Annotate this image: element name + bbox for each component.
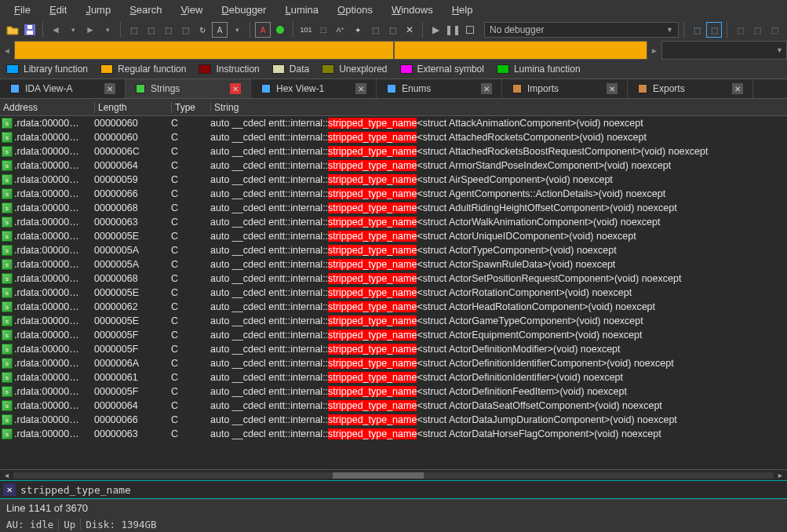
tab-close-button[interactable]: ✕ [230,83,241,94]
table-row[interactable]: s.rdata:00000…00000068Cauto __cdecl entt… [0,271,787,286]
menu-jump[interactable]: Jump [76,2,120,17]
menu-help[interactable]: Help [443,2,483,17]
table-row[interactable]: s.rdata:00000…0000005FCauto __cdecl entt… [0,328,787,342]
tab-close-button[interactable]: ✕ [104,83,115,94]
table-row[interactable]: s.rdata:00000…00000059Cauto __cdecl entt… [0,173,787,187]
table-row[interactable]: s.rdata:00000…00000062Cauto __cdecl entt… [0,300,787,314]
cell-type: C [171,315,210,326]
table-row[interactable]: s.rdata:00000…00000063Cauto __cdecl entt… [0,427,787,441]
table-row[interactable]: s.rdata:00000…0000006CCauto __cdecl entt… [0,144,787,159]
table-row[interactable]: s.rdata:00000…0000005FCauto __cdecl entt… [0,384,787,399]
cell-string: auto __cdecl entt::internal::stripped_ty… [210,386,787,397]
row-icon: s [0,330,14,341]
tab-close-button[interactable]: ✕ [732,83,743,94]
search-input[interactable] [20,484,784,496]
tab-label: IDA View-A [25,83,72,94]
tool-h-icon[interactable]: A [255,22,271,38]
tab-exports[interactable]: Exports✕ [628,79,753,98]
table-row[interactable]: s.rdata:00000…00000060Cauto __cdecl entt… [0,130,787,144]
tool-r-icon[interactable]: ⬚ [732,22,748,38]
nav-combo[interactable]: ▼ [661,41,787,60]
table-row[interactable]: s.rdata:00000…0000005FCauto __cdecl entt… [0,342,787,356]
tab-ida-view-a[interactable]: IDA View-A✕ [0,79,126,98]
table-row[interactable]: s.rdata:00000…00000063Cauto __cdecl entt… [0,215,787,229]
tool-f-icon[interactable]: A [212,22,228,38]
nav-right-icon[interactable]: ► [647,41,661,60]
nav-fwd-icon[interactable]: ► [82,22,98,38]
menu-view[interactable]: View [171,2,212,17]
menu-edit[interactable]: Edit [40,2,76,17]
table-row[interactable]: s.rdata:00000…0000005ECauto __cdecl entt… [0,314,787,328]
table-row[interactable]: s.rdata:00000…00000066Cauto __cdecl entt… [0,187,787,201]
table-row[interactable]: s.rdata:00000…0000005ECauto __cdecl entt… [0,286,787,300]
nav-fwd2-icon[interactable]: ▾ [100,22,115,38]
search-close-button[interactable]: ✕ [3,483,16,496]
tab-label: Imports [527,83,559,94]
row-icon: s [0,400,14,411]
tool-n-icon[interactable]: ⬚ [384,22,400,38]
tab-hex-view-1[interactable]: Hex View-1✕ [251,79,377,98]
table-row[interactable]: s.rdata:00000…00000060Cauto __cdecl entt… [0,116,787,130]
tool-s-icon[interactable]: ⬚ [749,22,765,38]
table-row[interactable]: s.rdata:00000…00000068Cauto __cdecl entt… [0,201,787,215]
tool-j-icon[interactable]: ⬚ [315,22,331,38]
debugger-select[interactable]: No debugger ▼ [484,22,679,38]
table-row[interactable]: s.rdata:00000…00000064Cauto __cdecl entt… [0,159,787,173]
table-row[interactable]: s.rdata:00000…00000061Cauto __cdecl entt… [0,370,787,384]
tool-x-icon[interactable]: ✕ [402,22,417,38]
table-row[interactable]: s.rdata:00000…0000006ACauto __cdecl entt… [0,356,787,370]
menu-options[interactable]: Options [328,2,382,17]
tab-close-button[interactable]: ✕ [355,83,366,94]
nav-back-icon[interactable]: ◄ [48,22,64,38]
col-type[interactable]: Type [171,102,210,113]
tool-q-icon[interactable]: ⬚ [706,22,722,38]
tool-i-icon[interactable]: 101 [298,22,314,38]
tool-e-icon[interactable]: ↻ [195,22,210,38]
tool-d-icon[interactable]: ⬚ [177,22,193,38]
col-address[interactable]: Address [0,102,94,113]
pause-icon[interactable]: ❚❚ [445,22,461,38]
play-icon[interactable]: ▶ [428,22,443,38]
row-icon: s [0,358,14,369]
row-icon: s [0,160,14,171]
tool-b-icon[interactable]: ⬚ [143,22,158,38]
stop-icon[interactable] [462,22,478,38]
tool-p-icon[interactable]: ⬚ [689,22,705,38]
menu-debugger[interactable]: Debugger [212,2,275,17]
status-up: Up [58,519,75,530]
tab-close-button[interactable]: ✕ [607,83,618,94]
tab-close-button[interactable]: ✕ [481,83,492,94]
menu-search[interactable]: Search [120,2,171,17]
table-scroll[interactable]: s.rdata:00000…00000060Cauto __cdecl entt… [0,116,787,469]
menu-windows[interactable]: Windows [382,2,443,17]
tool-g-icon[interactable]: ▾ [229,22,245,38]
table-row[interactable]: s.rdata:00000…0000005ACauto __cdecl entt… [0,257,787,271]
col-string[interactable]: String [210,102,787,113]
h-scrollbar[interactable]: ◄ ► [0,469,787,480]
cell-address: .rdata:00000… [14,301,94,312]
menu-file[interactable]: File [5,2,40,17]
tabbar: IDA View-A✕Strings✕Hex View-1✕Enums✕Impo… [0,78,787,99]
col-length[interactable]: Length [94,102,171,113]
tool-c-icon[interactable]: ⬚ [160,22,176,38]
tab-enums[interactable]: Enums✕ [377,79,502,98]
nav-back2-icon[interactable]: ▾ [65,22,81,38]
save-icon[interactable] [22,22,38,38]
nav-overview-bar[interactable] [14,41,394,60]
tool-a-icon[interactable]: ⬚ [126,22,141,38]
open-icon[interactable] [5,22,20,38]
tab-strings[interactable]: Strings✕ [126,79,251,98]
table-row[interactable]: s.rdata:00000…0000005ACauto __cdecl entt… [0,243,787,257]
tab-imports[interactable]: Imports✕ [502,79,628,98]
table-row[interactable]: s.rdata:00000…00000064Cauto __cdecl entt… [0,399,787,413]
nav-overview-bar2[interactable] [394,41,647,60]
tool-t-icon[interactable]: ⬚ [767,22,782,38]
nav-left-icon[interactable]: ◄ [0,41,14,60]
menu-lumina[interactable]: Lumina [275,2,328,17]
tool-l-icon[interactable]: ✦ [350,22,366,38]
table-row[interactable]: s.rdata:00000…00000066Cauto __cdecl entt… [0,413,787,427]
table-row[interactable]: s.rdata:00000…0000005ECauto __cdecl entt… [0,229,787,243]
tool-m-icon[interactable]: ⬚ [367,22,383,38]
tool-k-icon[interactable]: A⁺ [333,22,348,38]
green-dot-icon[interactable] [272,22,288,38]
